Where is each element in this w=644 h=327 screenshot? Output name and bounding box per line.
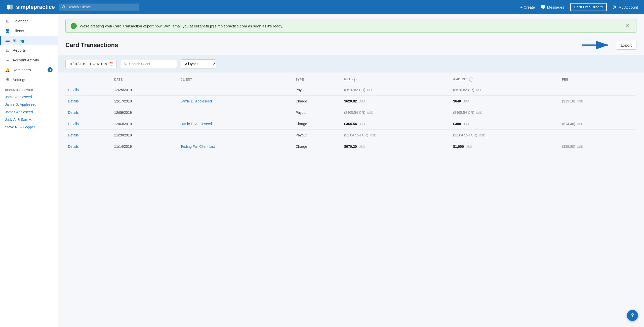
col-net: NET i [342,75,451,84]
recent-link-4[interactable]: Steve R. & Peggy C. [0,123,58,131]
search-bar[interactable] [59,4,139,11]
success-icon: ✓ [71,23,77,29]
row-fee-0 [559,84,636,96]
recent-link-2[interactable]: James Appleseed [0,108,58,116]
row-type-5: Charge [293,141,342,152]
col-details [65,75,112,84]
sidebar-item-billing[interactable]: ▬ Billing [0,36,58,45]
row-amount-4: ($1,047.54 CR) USD [451,130,559,141]
export-button[interactable]: Export [616,41,636,50]
banner-close-button[interactable]: ✕ [624,23,631,29]
page-header: Card Transactions Export [58,33,644,55]
row-type-4: Payout [293,130,342,141]
details-link-4[interactable]: Details [68,133,79,137]
sidebar-item-account-activity[interactable]: ≡ Account Activity [0,55,58,65]
reports-icon: ▤ [5,48,10,53]
row-details-1[interactable]: Details [65,96,112,107]
sidebar-item-label-billing: Billing [13,39,24,43]
table-row: Details 12/17/2019 Jamie D. Appleseed Ch… [65,96,636,107]
row-client-3[interactable]: Jamie D. Appleseed [178,118,293,130]
recent-link-0[interactable]: Jamie Appleseed [0,93,58,101]
row-net-4: ($1,047.54 CR) USD [342,130,451,141]
row-details-0[interactable]: Details [65,84,112,96]
page-title: Card Transactions [65,42,118,49]
transactions-table-container: DATE CLIENT TYPE NET i AMOUNT i FEE Deta… [58,75,644,152]
client-search-input[interactable] [129,62,173,66]
type-filter-select[interactable]: All types Charge Payout [181,59,216,68]
details-link-0[interactable]: Details [68,88,79,92]
my-account-button[interactable]: My Account [613,5,638,9]
create-button[interactable]: + Create [520,5,535,9]
sidebar-item-label-reports: Reports [13,48,26,52]
row-fee-1: ($19.18) USD [559,96,636,107]
search-icon [62,5,66,9]
svg-point-2 [62,6,64,8]
row-client-1[interactable]: Jamie D. Appleseed [178,96,293,107]
col-type: TYPE [293,75,342,84]
nav-actions: + Create Messages Earn Free Credit! My A… [520,3,638,11]
row-type-2: Payout [293,107,342,118]
my-account-label: My Account [618,5,638,9]
client-search-filter[interactable] [121,60,177,68]
details-link-1[interactable]: Details [68,99,79,103]
header-actions: Export [582,39,636,51]
row-client-5[interactable]: Testing Full Client List [178,141,293,152]
row-details-5[interactable]: Details [65,141,112,152]
export-arrow [582,39,612,51]
settings-icon: ⚙ [5,77,10,82]
table-body: Details 12/25/2019 Payout ($620.82 CR) U… [65,84,636,152]
date-range-value: 01/01/2019 - 12/31/2019 [69,62,107,66]
details-link-5[interactable]: Details [68,144,79,149]
row-date-5: 11/14/2019 [112,141,178,152]
svg-point-1 [10,5,13,10]
row-amount-3: $480 USD [451,118,559,130]
row-amount-2: ($465.54 CR) USD [451,107,559,118]
notification-banner: ✓ We're creating your Card Transaction e… [65,19,636,33]
row-amount-1: $640 USD [451,96,559,107]
svg-point-6 [614,6,616,8]
net-info-icon[interactable]: i [352,78,356,82]
logo[interactable]: simplepractice [6,3,55,11]
recent-link-1[interactable]: Jamie D. Appleseed [0,101,58,108]
arrow-icon [582,39,612,51]
row-details-4[interactable]: Details [65,130,112,141]
svg-line-3 [64,8,65,9]
row-client-4 [178,130,293,141]
row-details-3[interactable]: Details [65,118,112,130]
reminders-badge: 4 [48,67,53,72]
recent-link-3[interactable]: Judy A. & Sam A. [0,116,58,123]
sidebar: ⊞ Calendar 👤 Clients ▬ Billing ▤ Reports… [0,14,58,327]
row-date-1: 12/17/2019 [112,96,178,107]
sidebar-item-calendar[interactable]: ⊞ Calendar [0,16,58,26]
messages-button[interactable]: Messages [541,5,564,9]
sidebar-item-reports[interactable]: ▤ Reports [0,45,58,55]
row-client-0 [178,84,293,96]
col-amount: AMOUNT i [451,75,559,84]
table-row: Details 12/03/2019 Jamie D. Appleseed Ch… [65,118,636,130]
sidebar-item-reminders[interactable]: 🔔 Reminders 4 [0,65,58,75]
help-button[interactable]: ? [627,310,638,321]
col-client: CLIENT [178,75,293,84]
amount-info-icon[interactable]: i [469,78,473,82]
table-row: Details 11/20/2019 Payout ($1,047.54 CR)… [65,130,636,141]
col-date: DATE [112,75,178,84]
details-link-2[interactable]: Details [68,111,79,115]
search-input[interactable] [68,5,136,9]
table-row: Details 12/25/2019 Payout ($620.82 CR) U… [65,84,636,96]
logo-text: simplepractice [16,4,55,10]
transactions-table: DATE CLIENT TYPE NET i AMOUNT i FEE Deta… [65,75,636,152]
svg-line-10 [126,64,127,65]
details-link-3[interactable]: Details [68,122,79,126]
row-fee-4 [559,130,636,141]
filter-bar: 01/01/2019 - 12/31/2019 📅 All types Char… [58,55,644,72]
sidebar-item-settings[interactable]: ⚙ Settings [0,75,58,85]
row-net-5: $970.20 USD [342,141,451,152]
row-type-0: Payout [293,84,342,96]
row-date-4: 11/20/2019 [112,130,178,141]
row-net-2: ($465.54 CR) USD [342,107,451,118]
row-details-2[interactable]: Details [65,107,112,118]
earn-credit-button[interactable]: Earn Free Credit! [570,3,607,11]
date-range-picker[interactable]: 01/01/2019 - 12/31/2019 📅 [65,60,117,68]
sidebar-item-clients[interactable]: 👤 Clients [0,26,58,36]
table-row: Details 12/09/2019 Payout ($465.54 CR) U… [65,107,636,118]
